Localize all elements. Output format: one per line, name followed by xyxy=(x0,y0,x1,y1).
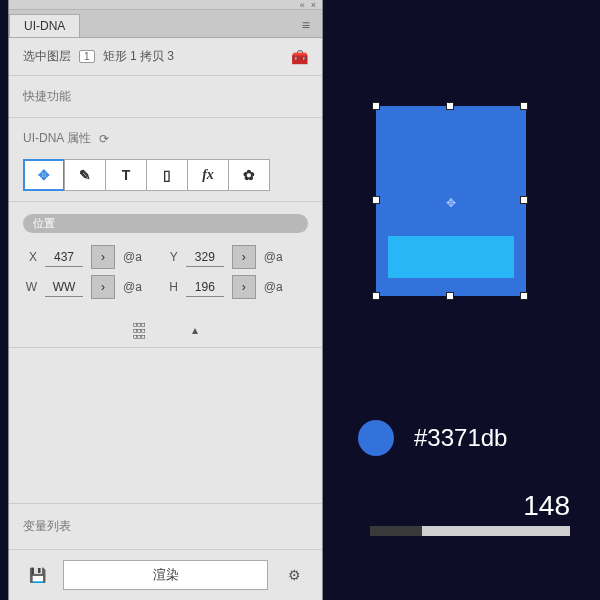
h-step-button[interactable]: › xyxy=(232,275,256,299)
x-input[interactable] xyxy=(45,248,83,267)
color-swatch xyxy=(358,420,394,456)
h-at[interactable]: @a xyxy=(264,280,283,294)
handle-top-right[interactable] xyxy=(520,102,528,110)
handle-mid-right[interactable] xyxy=(520,196,528,204)
collapse-icon[interactable]: « xyxy=(300,0,305,10)
save-button[interactable]: 💾 xyxy=(23,561,51,589)
handle-bottom-mid[interactable] xyxy=(446,292,454,300)
center-crosshair-icon: ✥ xyxy=(444,196,458,210)
x-label: X xyxy=(23,250,37,264)
tool-icon-row: ✥ ✎ T ▯ fx ✿ xyxy=(9,155,322,202)
panel-titlebar: « × xyxy=(9,0,322,10)
handle-top-left[interactable] xyxy=(372,102,380,110)
render-button[interactable]: 渲染 xyxy=(63,560,268,590)
inner-rectangle[interactable] xyxy=(388,236,514,278)
properties-title: UI-DNA 属性 xyxy=(23,130,91,147)
color-info: #3371db xyxy=(358,420,507,456)
handle-bottom-right[interactable] xyxy=(520,292,528,300)
handle-bottom-left[interactable] xyxy=(372,292,380,300)
panel-footer: 💾 渲染 ⚙ xyxy=(9,550,322,600)
handle-top-mid[interactable] xyxy=(446,102,454,110)
canvas-artboard[interactable]: ✥ xyxy=(358,88,544,314)
w-step-button[interactable]: › xyxy=(91,275,115,299)
position-pill: 位置 xyxy=(23,214,308,233)
close-icon[interactable]: × xyxy=(311,0,316,10)
text-tool-button[interactable]: T xyxy=(105,159,147,191)
menu-icon[interactable]: ≡ xyxy=(298,13,314,37)
h-input[interactable] xyxy=(186,278,224,297)
w-at[interactable]: @a xyxy=(123,280,142,294)
size-info: 148 xyxy=(370,490,570,536)
tab-bar: UI-DNA ≡ xyxy=(9,10,322,38)
selected-layer-row: 选中图层 1 矩形 1 拷贝 3 🧰 xyxy=(9,38,322,76)
size-bar xyxy=(370,526,570,536)
footer-settings-button[interactable]: ⚙ xyxy=(280,561,308,589)
handle-mid-left[interactable] xyxy=(372,196,380,204)
properties-header: UI-DNA 属性 ⟳ xyxy=(9,118,322,155)
fx-tool-button[interactable]: fx xyxy=(187,159,229,191)
move-tool-button[interactable]: ✥ xyxy=(23,159,65,191)
grid-icon[interactable]: ▫▫▫▫▫▫▫▫▫ xyxy=(133,321,145,339)
y-at[interactable]: @a xyxy=(264,250,283,264)
w-input[interactable] xyxy=(45,278,83,297)
x-step-button[interactable]: › xyxy=(91,245,115,269)
w-label: W xyxy=(23,280,37,294)
size-bar-fill xyxy=(422,526,570,536)
tab-uidna[interactable]: UI-DNA xyxy=(9,14,80,37)
y-step-button[interactable]: › xyxy=(232,245,256,269)
y-input[interactable] xyxy=(186,248,224,267)
selected-layer-label: 选中图层 xyxy=(23,48,71,65)
x-at[interactable]: @a xyxy=(123,250,142,264)
page-tool-button[interactable]: ▯ xyxy=(146,159,188,191)
y-label: Y xyxy=(164,250,178,264)
collapse-up-icon[interactable]: ▴ xyxy=(192,323,198,337)
size-value: 148 xyxy=(370,490,570,522)
settings-tool-button[interactable]: ✿ xyxy=(228,159,270,191)
selected-count-badge: 1 xyxy=(79,50,95,63)
quick-functions-header[interactable]: 快捷功能 xyxy=(9,76,322,118)
toolbox-icon[interactable]: 🧰 xyxy=(291,49,308,65)
refresh-icon[interactable]: ⟳ xyxy=(99,132,109,146)
color-hex-value: #3371db xyxy=(414,424,507,452)
coordinates-block: X › @a Y › @a W › @a H › @a xyxy=(9,239,322,313)
selected-layer-name: 矩形 1 拷贝 3 xyxy=(103,48,174,65)
panel-body: 选中图层 1 矩形 1 拷贝 3 🧰 快捷功能 UI-DNA 属性 ⟳ ✥ ✎ … xyxy=(9,38,322,600)
pen-tool-button[interactable]: ✎ xyxy=(64,159,106,191)
h-label: H xyxy=(164,280,178,294)
alignment-row: ▫▫▫▫▫▫▫▫▫ ▴ xyxy=(9,313,322,348)
variable-list-header[interactable]: 变量列表 xyxy=(9,503,322,550)
ui-dna-panel: « × UI-DNA ≡ 选中图层 1 矩形 1 拷贝 3 🧰 快捷功能 UI-… xyxy=(8,0,323,600)
